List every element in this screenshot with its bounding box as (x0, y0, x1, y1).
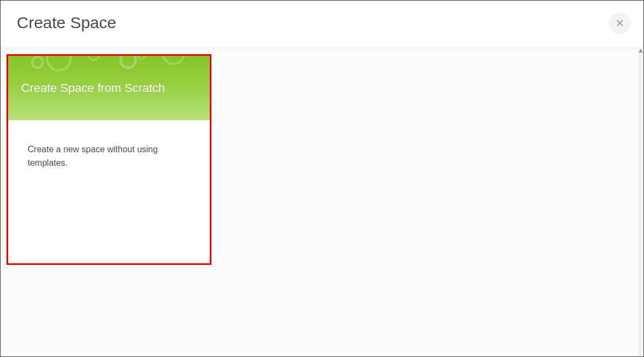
svg-point-1 (47, 56, 70, 70)
scrollbar-up-arrow-icon (639, 49, 643, 53)
page-title: Create Space (17, 14, 627, 32)
create-from-scratch-card[interactable]: Create Space from Scratch Create a new s… (7, 54, 211, 265)
card-title: Create Space from Scratch (21, 81, 165, 95)
svg-point-4 (138, 56, 145, 59)
modal-frame: Create Space ✕ Create Space from Scratch… (0, 0, 644, 357)
svg-point-3 (121, 56, 136, 68)
svg-point-0 (32, 57, 43, 68)
svg-point-5 (163, 56, 184, 64)
card-body: Create a new space without using templat… (8, 120, 210, 193)
scrollbar[interactable] (638, 49, 643, 356)
close-button[interactable]: ✕ (609, 12, 630, 34)
card-header: Create Space from Scratch (8, 56, 210, 120)
content-area: Create Space from Scratch Create a new s… (1, 49, 638, 356)
close-icon: ✕ (615, 18, 624, 29)
modal-header: Create Space ✕ (1, 1, 643, 48)
svg-point-2 (88, 56, 99, 60)
decoration-circles (8, 56, 210, 83)
card-description: Create a new space without using templat… (28, 143, 190, 170)
